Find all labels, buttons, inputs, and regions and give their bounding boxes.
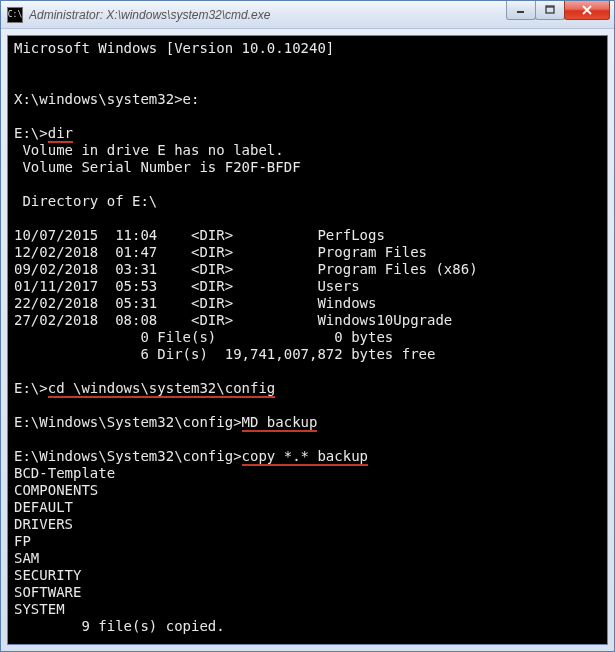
- maximize-button[interactable]: [535, 1, 565, 20]
- cmd-icon: C:\: [7, 7, 23, 23]
- copy-line: BCD-Template: [14, 465, 115, 481]
- copy-line: FP: [14, 533, 31, 549]
- text: Volume in drive E has no label.: [14, 142, 284, 158]
- command-prompt-window: C:\ Administrator: X:\windows\system32\c…: [0, 0, 615, 652]
- dir-entry: 01/11/2017 05:53 <DIR> Users: [14, 278, 360, 294]
- copy-line: COMPONENTS: [14, 482, 98, 498]
- text: E:\Windows\System32\config>: [14, 448, 242, 464]
- text: X:\windows\system32>e:: [14, 91, 199, 107]
- dir-entry: 27/02/2018 08:08 <DIR> Windows10Upgrade: [14, 312, 452, 328]
- copy-line: 9 file(s) copied.: [14, 618, 225, 634]
- text: E:\Windows\System32\config>: [14, 414, 242, 430]
- minimize-button[interactable]: [506, 1, 536, 20]
- dir-entry: 22/02/2018 05:31 <DIR> Windows: [14, 295, 376, 311]
- text: 6 Dir(s) 19,741,007,872 bytes free: [14, 346, 435, 362]
- cmd-cd-config: cd \windows\system32\config: [48, 380, 276, 398]
- close-button[interactable]: [564, 1, 610, 20]
- copy-line: SOFTWARE: [14, 584, 81, 600]
- titlebar[interactable]: C:\ Administrator: X:\windows\system32\c…: [1, 1, 614, 29]
- cmd-copy: copy *.* backup: [242, 448, 368, 466]
- copy-line: DEFAULT: [14, 499, 73, 515]
- copy-line: SECURITY: [14, 567, 81, 583]
- window-controls: [507, 1, 610, 20]
- copy-line: SAM: [14, 550, 39, 566]
- text: E:\>: [14, 380, 48, 396]
- cmd-dir: dir: [48, 125, 73, 143]
- cmd-md-backup: MD backup: [242, 414, 318, 432]
- text: Directory of E:\: [14, 193, 157, 209]
- copy-line: DRIVERS: [14, 516, 73, 532]
- copy-line: SYSTEM: [14, 601, 65, 617]
- console-area[interactable]: Microsoft Windows [Version 10.0.10240] X…: [7, 35, 608, 645]
- text: Volume Serial Number is F20F-BFDF: [14, 159, 301, 175]
- dir-entry: 09/02/2018 03:31 <DIR> Program Files (x8…: [14, 261, 478, 277]
- text: Microsoft Windows [Version 10.0.10240]: [14, 40, 334, 56]
- dir-entry: 10/07/2015 11:04 <DIR> PerfLogs: [14, 227, 385, 243]
- text: E:\>: [14, 125, 48, 141]
- dir-entry: 12/02/2018 01:47 <DIR> Program Files: [14, 244, 427, 260]
- text: 0 File(s) 0 bytes: [14, 329, 393, 345]
- console-output: Microsoft Windows [Version 10.0.10240] X…: [14, 40, 601, 645]
